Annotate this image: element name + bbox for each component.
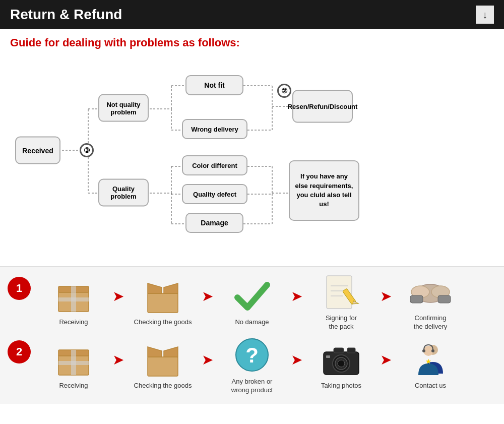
arrow-icon-2: ➤ (202, 288, 213, 305)
svg-rect-47 (71, 350, 76, 375)
page-title: Return & Refund (10, 7, 122, 23)
svg-rect-48 (148, 357, 178, 376)
process-item-nodamage: No damage (214, 276, 290, 327)
checkmark-icon (229, 276, 275, 316)
svg-rect-55 (347, 348, 355, 353)
arrow-icon-8: ➤ (380, 351, 392, 368)
arrow-icon-3: ➤ (291, 288, 302, 305)
closed-box-icon (51, 276, 96, 316)
svg-point-61 (431, 349, 434, 352)
flow-box-wrong-delivery: Wrong delivery (182, 119, 247, 139)
guide-subtitle: Guide for dealing with problems as follo… (0, 29, 504, 54)
svg-rect-42 (410, 295, 423, 303)
process-item-photos: Taking photos (303, 339, 379, 390)
process-item-broken: ? Any broken or wrong product (214, 335, 290, 395)
svg-point-60 (422, 349, 425, 352)
flowchart-section: Received ③ Not quality problem Quality p… (0, 54, 504, 266)
sign-icon (319, 272, 364, 312)
process-label: Signing for the pack (326, 314, 357, 331)
process-label: No damage (235, 318, 269, 327)
handshake-icon (408, 272, 453, 312)
svg-rect-43 (438, 295, 451, 303)
open-box-icon (140, 276, 185, 316)
process-item-signing: Signing for the pack (303, 272, 379, 331)
process-item-checking-2: Checking the goods (125, 339, 201, 390)
process-number-2: 2 (8, 340, 31, 364)
header: Return & Refund ↓ (0, 0, 504, 29)
process-number-1: 1 (8, 277, 31, 300)
arrow-icon-6: ➤ (202, 351, 213, 368)
open-box-icon-2 (140, 339, 185, 380)
contact-icon (408, 339, 453, 380)
flow-box-not-fit: Not fit (185, 75, 243, 95)
process-item-checking-1: Checking the goods (125, 276, 201, 327)
flow-box-damage: Damage (185, 213, 243, 233)
process-row-1: 1 Receiving ➤ (8, 272, 496, 331)
process-label: Any broken or wrong product (231, 378, 273, 395)
arrow-icon-7: ➤ (291, 351, 302, 368)
process-item-receiving-2: Receiving (36, 339, 111, 390)
process-item-contact: Contact us (393, 339, 468, 390)
process-label: Checking the goods (134, 318, 192, 327)
flow-box-quality-defect: Quality defect (182, 184, 247, 204)
svg-point-54 (338, 360, 345, 367)
bottom-section: 1 Receiving ➤ (0, 266, 504, 404)
process-label: Receiving (59, 318, 88, 327)
svg-text:?: ? (245, 343, 259, 367)
process-label: Checking the goods (134, 382, 192, 390)
process-item-receiving-1: Receiving (36, 276, 111, 327)
badge-3: ③ (80, 143, 94, 157)
process-item-confirming: Confirming the delivery (393, 272, 468, 331)
flow-box-not-quality: Not quality problem (98, 94, 149, 122)
process-row-2: 2 Receiving ➤ (8, 335, 496, 395)
arrow-icon-5: ➤ (112, 351, 124, 368)
process-label: Receiving (59, 382, 88, 390)
process-label: Taking photos (321, 382, 361, 390)
process-label: Contact us (415, 382, 446, 390)
flow-box-requirements: If you have any else requirements, you c… (289, 160, 359, 221)
flow-box-resen: Resen/Refun/Discount (292, 90, 353, 123)
flow-box-quality: Quality problem (98, 178, 149, 206)
svg-rect-56 (334, 348, 344, 353)
svg-rect-57 (326, 355, 330, 358)
question-icon: ? (229, 335, 275, 376)
arrow-icon-1: ➤ (112, 288, 124, 305)
closed-box-icon-2 (51, 339, 96, 380)
flow-box-color-different: Color different (182, 155, 247, 175)
arrow-icon-4: ➤ (380, 288, 392, 305)
svg-rect-31 (71, 286, 76, 312)
flow-container: Received ③ Not quality problem Quality p… (10, 54, 494, 246)
header-arrow-icon[interactable]: ↓ (476, 6, 494, 24)
svg-rect-32 (148, 293, 178, 313)
process-steps-2: Receiving ➤ Checking the goods ➤ (36, 335, 496, 395)
badge-2: ② (277, 84, 291, 98)
process-steps-1: Receiving ➤ Checking the goods (36, 272, 496, 331)
flow-box-received: Received (15, 137, 60, 164)
process-label: Confirming the delivery (414, 314, 447, 331)
camera-icon (319, 339, 364, 380)
